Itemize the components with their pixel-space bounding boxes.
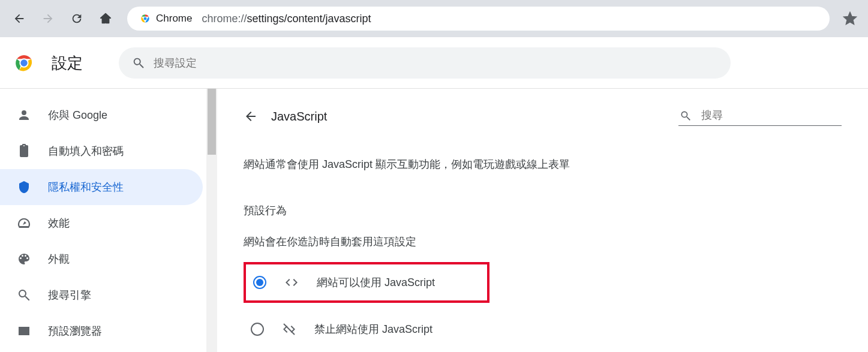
sidebar-item-performance[interactable]: 效能 [0, 205, 203, 241]
option-label: 禁止網站使用 JavaScript [314, 322, 433, 336]
browser-icon [17, 324, 31, 338]
settings-search-input[interactable] [154, 57, 717, 70]
settings-title: 設定 [52, 53, 83, 74]
bookmark-star-button[interactable] [838, 11, 862, 26]
sidebar-item-search-engine[interactable]: 搜尋引擎 [0, 277, 203, 313]
sidebar-item-label: 效能 [48, 216, 70, 230]
sidebar-item-default-browser[interactable]: 預設瀏覽器 [0, 313, 203, 349]
code-icon [284, 275, 299, 290]
section-sublabel: 網站會在你造訪時自動套用這項設定 [244, 234, 842, 249]
sidebar-item-label: 自動填入和密碼 [48, 144, 124, 158]
sidebar-item-label: 預設瀏覽器 [48, 324, 102, 338]
back-button[interactable] [6, 7, 32, 31]
settings-search-box[interactable] [119, 47, 731, 79]
sidebar-item-label: 搜尋引擎 [48, 288, 91, 302]
svg-line-6 [284, 324, 295, 335]
clipboard-icon [17, 144, 31, 158]
code-off-icon [282, 322, 296, 336]
search-icon [680, 110, 692, 122]
person-icon [17, 108, 31, 122]
sidebar-item-autofill[interactable]: 自動填入和密碼 [0, 133, 203, 169]
search-icon [132, 56, 145, 70]
main-content: JavaScript 網站通常會使用 JavaScript 顯示互動功能，例如電… [217, 89, 868, 352]
forward-button[interactable] [35, 7, 61, 31]
url-bar[interactable]: Chrome chrome://settings/content/javascr… [127, 7, 830, 31]
section-label: 預設行為 [244, 203, 842, 218]
option-label: 網站可以使用 JavaScript [317, 275, 435, 290]
browser-toolbar: Chrome chrome://settings/content/javascr… [0, 0, 868, 37]
page-title: JavaScript [271, 110, 327, 124]
shield-icon [17, 180, 31, 194]
settings-header: 設定 [0, 38, 868, 88]
url-text: chrome://settings/content/javascript [202, 13, 371, 25]
radio-button[interactable] [253, 276, 266, 289]
sidebar-item-label: 外觀 [48, 252, 70, 266]
sidebar-item-privacy-security[interactable]: 隱私權和安全性 [0, 169, 203, 205]
option-allow-javascript[interactable]: 網站可以使用 JavaScript [244, 262, 489, 303]
page-search-box[interactable] [678, 107, 842, 126]
site-chip-label: Chrome [156, 13, 192, 25]
sidebar-item-label: 隱私權和安全性 [48, 180, 124, 194]
search-icon [17, 288, 31, 302]
home-button[interactable] [92, 7, 119, 31]
site-chip: Chrome [136, 13, 196, 25]
speedometer-icon [17, 216, 31, 230]
chrome-logo-icon [14, 53, 34, 73]
scrollbar-thumb[interactable] [208, 89, 216, 155]
sidebar: 你與 Google 自動填入和密碼 隱私權和安全性 效能 外觀 搜尋引擎 [0, 89, 206, 352]
sidebar-item-appearance[interactable]: 外觀 [0, 241, 203, 277]
palette-icon [17, 252, 31, 266]
sidebar-item-label: 你與 Google [48, 108, 107, 122]
sidebar-item-you-and-google[interactable]: 你與 Google [0, 97, 203, 133]
back-arrow-button[interactable] [244, 109, 258, 124]
page-description: 網站通常會使用 JavaScript 顯示互動功能，例如電玩遊戲或線上表單 [244, 156, 842, 173]
sidebar-scrollbar[interactable] [206, 89, 217, 352]
page-search-input[interactable] [701, 109, 840, 122]
chrome-icon [139, 13, 151, 25]
reload-button[interactable] [64, 7, 90, 31]
option-block-javascript[interactable]: 禁止網站使用 JavaScript [244, 309, 842, 350]
radio-button[interactable] [251, 323, 264, 336]
